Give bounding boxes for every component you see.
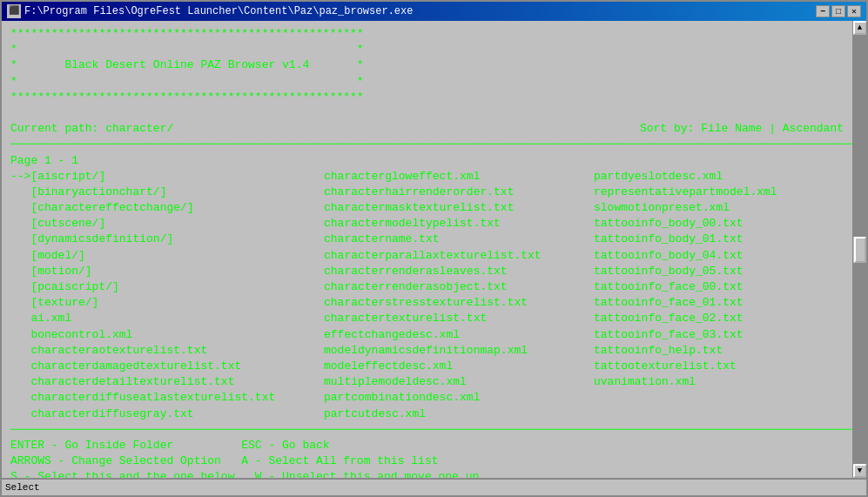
close-button[interactable]: ✕ — [847, 5, 861, 17]
list-item[interactable]: characteraotexturelist.txt — [10, 343, 324, 359]
column-2: charactergloweffect.xml characterhairren… — [324, 169, 594, 422]
sort-by: Sort by: File Name | Ascendant — [640, 121, 844, 137]
list-item[interactable]: [motion/] — [10, 264, 324, 279]
list-item[interactable]: partdyeslotdesc.xml — [594, 169, 844, 185]
scroll-track-bottom — [853, 263, 867, 465]
list-item[interactable]: characterhairrenderorder.txt — [324, 185, 594, 200]
list-item[interactable]: [model/] — [10, 248, 324, 264]
list-item[interactable]: charactertexturelist.txt — [324, 311, 594, 326]
title-bar: ⬛ F:\Program Files\OgreFest Launcher\Con… — [2, 2, 866, 21]
column-1: -->[aiscript/] [binaryactionchart/] [cha… — [10, 169, 324, 422]
list-item[interactable]: tattooinfo_body_01.txt — [594, 232, 844, 247]
list-item[interactable]: characterdiffusegray.txt — [10, 406, 324, 422]
empty-line1 — [10, 105, 844, 121]
header-title: * Black Desert Online PAZ Browser v1.4 * — [10, 57, 844, 73]
list-item[interactable]: tattooinfo_face_03.txt — [594, 327, 844, 343]
list-item[interactable]: charactergloweffect.xml — [324, 169, 594, 185]
list-item[interactable]: -->[aiscript/] — [10, 169, 324, 185]
list-item[interactable]: tattooinfo_body_05.txt — [594, 264, 844, 279]
path-sort-line: Current path: character/ Sort by: File N… — [10, 121, 844, 137]
window-title: F:\Program Files\OgreFest Launcher\Conte… — [24, 5, 413, 17]
list-item[interactable]: characterdamagedtexturelist.txt — [10, 359, 324, 374]
list-item[interactable]: [texture/] — [10, 295, 324, 311]
list-item[interactable]: [dynamicsdefinition/] — [10, 232, 324, 247]
list-item[interactable]: characterrenderasleaves.txt — [324, 264, 594, 279]
help-line-1: ENTER - Go Inside Folder ESC - Go back — [10, 438, 844, 453]
window: ⬛ F:\Program Files\OgreFest Launcher\Con… — [0, 0, 868, 497]
list-item[interactable]: tattooinfo_body_00.txt — [594, 216, 844, 232]
list-item[interactable]: multiplemodeldesc.xml — [324, 374, 594, 390]
list-item[interactable]: [pcaiscript/] — [10, 279, 324, 295]
scroll-thumb[interactable] — [854, 237, 866, 263]
header-star-line2: * * — [10, 74, 844, 90]
header-stars-bottom: ****************************************… — [10, 90, 844, 105]
list-item[interactable]: charactermodeltypelist.txt — [324, 216, 594, 232]
list-item[interactable]: modeldynamicsdefinitionmap.xml — [324, 343, 594, 359]
list-item — [594, 406, 844, 422]
list-item[interactable]: partcombinationdesc.xml — [324, 390, 594, 406]
list-item[interactable]: tattooinfo_body_04.txt — [594, 248, 844, 264]
file-listing: -->[aiscript/] [binaryactionchart/] [cha… — [10, 169, 844, 422]
list-item[interactable]: tattooinfo_face_02.txt — [594, 311, 844, 326]
column-3: partdyeslotdesc.xml representativepartmo… — [594, 169, 844, 422]
scroll-track — [853, 35, 867, 237]
list-item[interactable]: tattooinfo_help.txt — [594, 343, 844, 359]
list-item[interactable]: characterstresstexturelist.txt — [324, 295, 594, 311]
maximize-button[interactable]: □ — [831, 5, 845, 17]
list-item[interactable]: [binaryactionchart/] — [10, 185, 324, 200]
divider-top: ────────────────────────────────────────… — [10, 137, 844, 152]
list-item[interactable]: partcutdesc.xml — [324, 406, 594, 422]
title-bar-title: ⬛ F:\Program Files\OgreFest Launcher\Con… — [7, 4, 413, 18]
list-item[interactable]: representativepartmodel.xml — [594, 185, 844, 200]
list-item[interactable]: uvanimation.xml — [594, 374, 844, 390]
list-item[interactable]: tattooinfo_face_01.txt — [594, 295, 844, 311]
list-item[interactable]: [cutscene/] — [10, 216, 324, 232]
list-item — [594, 390, 844, 406]
list-item[interactable]: modeleffectdesc.xml — [324, 359, 594, 374]
status-bar: Select — [2, 478, 866, 495]
current-path: Current path: character/ — [10, 121, 173, 137]
status-text: Select — [5, 482, 40, 493]
list-item[interactable]: characterparallaxtexturelist.txt — [324, 248, 594, 264]
scrollbar[interactable]: ▲ ▼ — [852, 21, 866, 478]
list-item[interactable]: charactername.txt — [324, 232, 594, 247]
header-stars-top: ****************************************… — [10, 26, 844, 42]
divider-bottom: ────────────────────────────────────────… — [10, 422, 844, 438]
list-item[interactable]: characterdiffuseatlastexturelist.txt — [10, 390, 324, 406]
scroll-down-button[interactable]: ▼ — [853, 464, 867, 478]
list-item[interactable]: tattooinfo_face_00.txt — [594, 279, 844, 295]
list-item[interactable]: characterrenderasobject.txt — [324, 279, 594, 295]
help-line-2: ARROWS - Change Selected Option A - Sele… — [10, 453, 844, 469]
list-item[interactable]: charactermasktexturelist.txt — [324, 200, 594, 216]
list-item[interactable]: tattootexturelist.txt — [594, 359, 844, 374]
list-item[interactable]: effectchangedesc.xml — [324, 327, 594, 343]
list-item[interactable]: slowmotionpreset.xml — [594, 200, 844, 216]
minimize-button[interactable]: − — [816, 5, 830, 17]
page-info: Page 1 - 1 — [10, 153, 844, 169]
list-item[interactable]: characterdetailtexturelist.txt — [10, 374, 324, 390]
list-item[interactable]: ai.xml — [10, 311, 324, 326]
title-bar-buttons: − □ ✕ — [816, 5, 861, 17]
header-star-line1: * * — [10, 42, 844, 57]
terminal: ****************************************… — [2, 21, 852, 478]
list-item[interactable]: bonecontrol.xml — [10, 327, 324, 343]
app-icon: ⬛ — [7, 4, 21, 18]
list-item[interactable]: [charactereffectchange/] — [10, 200, 324, 216]
scroll-up-button[interactable]: ▲ — [853, 21, 867, 35]
help-line-3: S - Select this and the one below W - Un… — [10, 469, 844, 478]
